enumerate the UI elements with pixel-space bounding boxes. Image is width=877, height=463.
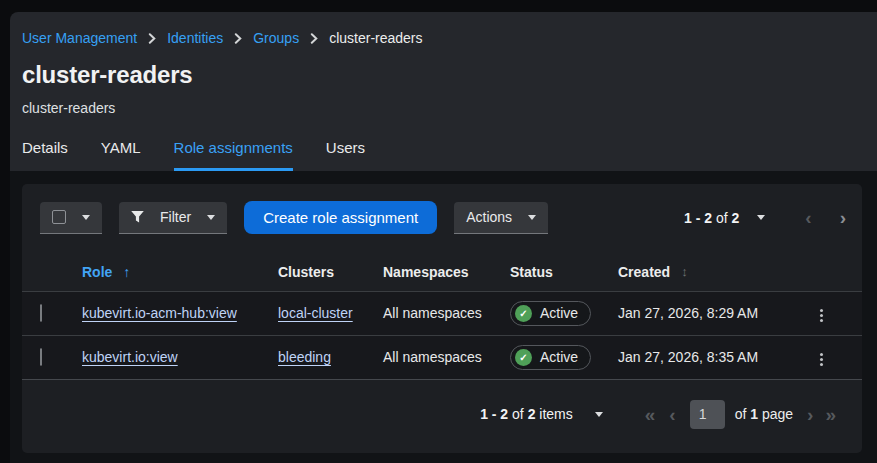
actions-toggle[interactable]: Actions — [454, 202, 548, 234]
column-header-clusters: Clusters — [278, 253, 383, 291]
pagination-range: 1 - 2 — [480, 406, 508, 422]
sort-both-icon: ↕ — [681, 264, 688, 279]
pagination-items-summary: 1 - 2 of 2 items — [480, 406, 573, 422]
sort-ascending-icon: ↑ — [123, 264, 130, 280]
page-title: cluster-readers — [22, 61, 853, 89]
breadcrumb-link-identities[interactable]: Identities — [167, 30, 223, 46]
created-value: Jan 27, 2026, 8:29 AM — [618, 305, 758, 321]
breadcrumb-separator-icon — [310, 33, 318, 44]
prev-page-button[interactable]: ‹ — [805, 208, 811, 227]
status-label: Active — [540, 349, 578, 365]
current-page-input[interactable]: 1 — [690, 400, 725, 429]
column-header-status: Status — [510, 253, 618, 291]
page-of-word: of — [735, 406, 747, 422]
column-header-role[interactable]: Role↑ — [82, 253, 278, 291]
breadcrumb-link-groups[interactable]: Groups — [253, 30, 299, 46]
pagination-summary: 1 - 2 of 2 — [684, 210, 739, 226]
row-kebab-menu-button[interactable] — [815, 348, 828, 371]
row-checkbox[interactable] — [40, 304, 42, 322]
filter-icon — [131, 211, 144, 223]
filter-toggle[interactable]: Filter — [119, 202, 227, 234]
tab-role-assignments[interactable]: Role assignments — [174, 139, 293, 171]
angle-right-icon: › — [807, 405, 813, 424]
pagination-items-word: items — [539, 406, 572, 422]
table-row: kubevirt.io:view bleeding All namespaces… — [22, 335, 862, 379]
breadcrumb-separator-icon — [234, 33, 242, 44]
next-page-button[interactable]: › — [807, 405, 813, 424]
pagination-of: of — [512, 406, 524, 422]
caret-down-icon — [528, 215, 536, 220]
page-total: 1 — [750, 406, 758, 422]
filter-toggle-label: Filter — [160, 209, 191, 225]
status-badge: ✓ Active — [510, 301, 591, 326]
caret-down-icon — [207, 215, 215, 220]
toolbar: Filter Create role assignment Actions 1 … — [22, 184, 862, 234]
status-badge: ✓ Active — [510, 345, 591, 370]
column-header-namespaces: Namespaces — [383, 253, 510, 291]
prev-page-button[interactable]: ‹ — [669, 405, 675, 424]
check-circle-icon: ✓ — [515, 349, 532, 366]
last-page-button[interactable]: » — [825, 405, 836, 424]
column-header-created-label: Created — [618, 264, 670, 280]
caret-down-icon — [82, 215, 90, 220]
tab-details[interactable]: Details — [22, 139, 68, 171]
table-header-row: Role↑ Clusters Namespaces Status Created… — [22, 253, 862, 291]
header-checkbox-cell — [22, 253, 82, 291]
pagination-total: 2 — [528, 406, 536, 422]
check-circle-icon: ✓ — [515, 305, 532, 322]
row-checkbox[interactable] — [40, 348, 42, 366]
main-panel: User Management Identities Groups cluste… — [10, 12, 877, 463]
tab-yaml[interactable]: YAML — [101, 139, 141, 171]
breadcrumb-current: cluster-readers — [329, 30, 422, 46]
column-header-created[interactable]: Created↕ — [618, 253, 796, 291]
created-value: Jan 27, 2026, 8:35 AM — [618, 349, 758, 365]
caret-down-icon — [595, 412, 603, 417]
pagination-menu-toggle[interactable] — [757, 215, 765, 220]
breadcrumb: User Management Identities Groups cluste… — [22, 30, 853, 46]
angle-double-right-icon: » — [825, 405, 836, 424]
angle-left-icon: ‹ — [669, 405, 675, 424]
role-assignments-card: Filter Create role assignment Actions 1 … — [22, 184, 862, 453]
tab-users[interactable]: Users — [326, 139, 365, 171]
tab-bar: Details YAML Role assignments Users — [22, 139, 853, 171]
bottom-pagination: 1 - 2 of 2 items « ‹ 1 of 1 page › » — [22, 380, 862, 454]
status-label: Active — [540, 305, 578, 321]
pagination-total: 2 — [732, 210, 740, 226]
namespaces-value: All namespaces — [383, 305, 482, 321]
bulk-select-checkbox[interactable] — [52, 210, 66, 224]
pagination-range: 1 - 2 — [684, 210, 712, 226]
top-pagination: 1 - 2 of 2 ‹ › — [684, 208, 846, 227]
column-header-role-label: Role — [82, 264, 112, 280]
per-page-menu-toggle[interactable] — [595, 412, 603, 417]
header-actions-cell — [796, 253, 862, 291]
angle-left-icon: ‹ — [805, 208, 811, 227]
tab-content: Filter Create role assignment Actions 1 … — [10, 171, 877, 463]
role-link[interactable]: kubevirt.io-acm-hub:view — [82, 305, 237, 321]
cluster-link[interactable]: bleeding — [278, 349, 331, 365]
bulk-select-toggle[interactable] — [40, 202, 102, 234]
first-page-button[interactable]: « — [645, 405, 656, 424]
actions-toggle-label: Actions — [466, 209, 512, 225]
breadcrumb-link-user-management[interactable]: User Management — [22, 30, 137, 46]
page-count-label: of 1 page — [735, 406, 793, 422]
namespaces-value: All namespaces — [383, 349, 482, 365]
page-header: User Management Identities Groups cluste… — [10, 12, 877, 171]
angle-right-icon: › — [840, 208, 846, 227]
create-role-assignment-button[interactable]: Create role assignment — [244, 201, 437, 234]
breadcrumb-separator-icon — [148, 33, 156, 44]
table-row: kubevirt.io-acm-hub:view local-cluster A… — [22, 291, 862, 335]
page-word: page — [762, 406, 793, 422]
cluster-link[interactable]: local-cluster — [278, 305, 353, 321]
row-kebab-menu-button[interactable] — [815, 304, 828, 327]
angle-double-left-icon: « — [645, 405, 656, 424]
pagination-of: of — [716, 210, 728, 226]
role-link[interactable]: kubevirt.io:view — [82, 349, 178, 365]
page-subtitle: cluster-readers — [22, 100, 853, 116]
next-page-button[interactable]: › — [840, 208, 846, 227]
caret-down-icon — [757, 215, 765, 220]
role-assignments-table: Role↑ Clusters Namespaces Status Created… — [22, 253, 862, 380]
